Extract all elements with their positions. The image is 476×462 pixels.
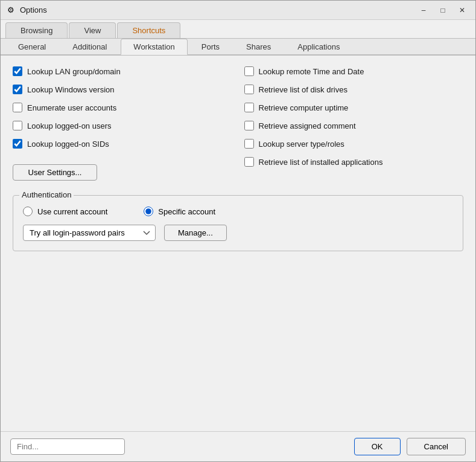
find-input[interactable] — [10, 438, 125, 455]
tab-shortcuts[interactable]: Shortcuts — [117, 22, 180, 38]
radio-specific-account: Specific account — [144, 207, 215, 216]
checkbox-lookup-loggedon-input[interactable] — [13, 121, 22, 130]
checkbox-lookup-time: Lookup remote Time and Date — [244, 66, 464, 76]
checkbox-retrieve-comment-input[interactable] — [244, 121, 254, 130]
checkbox-retrieve-drives: Retrieve list of disk drives — [244, 85, 464, 94]
checkbox-lookup-sids-label: Lookup logged-on SIDs — [27, 140, 109, 149]
checkbox-retrieve-installed: Retrieve list of installed applications — [244, 157, 464, 167]
ok-button[interactable]: OK — [354, 438, 401, 455]
right-options: Lookup remote Time and Date Retrieve lis… — [244, 66, 464, 181]
radio-specific-input[interactable] — [144, 207, 153, 216]
main-content: Lookup LAN group/domain Lookup Windows v… — [1, 56, 475, 431]
tab-view[interactable]: View — [69, 22, 116, 38]
footer: OK Cancel — [1, 431, 475, 461]
tab-shares[interactable]: Shares — [233, 39, 284, 54]
checkbox-lookup-lan-label: Lookup LAN group/domain — [27, 67, 121, 76]
checkbox-lookup-lan: Lookup LAN group/domain — [13, 66, 232, 76]
checkbox-lookup-loggedon-label: Lookup logged-on users — [27, 121, 112, 130]
checkbox-enumerate-users-input[interactable] — [13, 103, 22, 112]
window-icon: ⚙ — [5, 5, 16, 16]
titlebar-controls: – □ ✕ — [415, 4, 471, 17]
checkbox-retrieve-comment-label: Retrieve assigned comment — [259, 121, 356, 130]
checkbox-lookup-server-type: Lookup server type/roles — [244, 139, 464, 149]
titlebar: ⚙ Options – □ ✕ — [1, 1, 475, 20]
footer-buttons: OK Cancel — [354, 438, 466, 455]
checkbox-retrieve-installed-label: Retrieve list of installed applications — [259, 158, 383, 167]
tab-general[interactable]: General — [5, 39, 59, 54]
radio-row: Use current account Specific account — [23, 207, 453, 216]
auth-controls-row: Try all login-password pairsUse specific… — [23, 225, 453, 241]
checkbox-retrieve-uptime-label: Retrieve computer uptime — [259, 103, 349, 112]
checkbox-lookup-server-type-input[interactable] — [244, 139, 254, 149]
tab-browsing[interactable]: Browsing — [5, 22, 68, 38]
options-grid: Lookup LAN group/domain Lookup Windows v… — [13, 66, 463, 181]
checkbox-lookup-windows-label: Lookup Windows version — [27, 85, 115, 94]
radio-specific-label: Specific account — [158, 207, 215, 216]
checkbox-lookup-loggedon: Lookup logged-on users — [13, 121, 232, 130]
checkbox-retrieve-uptime: Retrieve computer uptime — [244, 103, 464, 112]
checkbox-retrieve-comment: Retrieve assigned comment — [244, 121, 464, 130]
checkbox-retrieve-uptime-input[interactable] — [244, 103, 254, 112]
checkbox-lookup-time-label: Lookup remote Time and Date — [259, 67, 364, 76]
authentication-legend: Authentication — [19, 190, 74, 199]
radio-current-label: Use current account — [37, 207, 107, 216]
checkbox-lookup-time-input[interactable] — [244, 66, 254, 76]
checkbox-lookup-windows: Lookup Windows version — [13, 85, 232, 94]
checkbox-lookup-sids-input[interactable] — [13, 139, 22, 149]
checkbox-lookup-windows-input[interactable] — [13, 85, 22, 94]
window-title: Options — [20, 5, 415, 14]
authentication-group: Authentication Use current account Speci… — [13, 195, 463, 251]
radio-current-account: Use current account — [23, 207, 107, 216]
manage-button[interactable]: Manage... — [164, 225, 227, 241]
tab-workstation[interactable]: Workstation — [121, 39, 187, 55]
login-pairs-dropdown[interactable]: Try all login-password pairsUse specific… — [23, 225, 156, 241]
checkbox-enumerate-users-label: Enumerate user accounts — [27, 103, 116, 112]
options-window: ⚙ Options – □ ✕ Browsing View Shortcuts … — [0, 0, 476, 462]
tab-row-top-container: Browsing View Shortcuts General Addition… — [1, 20, 475, 56]
checkbox-enumerate-users: Enumerate user accounts — [13, 103, 232, 112]
maximize-button[interactable]: □ — [434, 4, 451, 17]
checkbox-lookup-sids: Lookup logged-on SIDs — [13, 139, 232, 149]
cancel-button[interactable]: Cancel — [407, 438, 466, 455]
user-settings-button[interactable]: User Settings... — [13, 164, 97, 181]
left-options: Lookup LAN group/domain Lookup Windows v… — [13, 66, 232, 181]
minimize-button[interactable]: – — [415, 4, 432, 17]
checkbox-retrieve-drives-input[interactable] — [244, 85, 254, 94]
tab-row-bottom: General Additional Workstation Ports Sha… — [1, 38, 475, 55]
checkbox-lookup-lan-input[interactable] — [13, 66, 22, 76]
tab-applications[interactable]: Applications — [285, 39, 352, 54]
checkbox-lookup-server-type-label: Lookup server type/roles — [259, 140, 344, 149]
close-button[interactable]: ✕ — [454, 4, 471, 17]
tab-ports[interactable]: Ports — [189, 39, 232, 54]
checkbox-retrieve-drives-label: Retrieve list of disk drives — [259, 85, 347, 94]
tab-additional[interactable]: Additional — [60, 39, 119, 54]
tab-row-top: Browsing View Shortcuts — [1, 20, 475, 38]
checkbox-retrieve-installed-input[interactable] — [244, 157, 254, 167]
radio-current-input[interactable] — [23, 207, 33, 216]
